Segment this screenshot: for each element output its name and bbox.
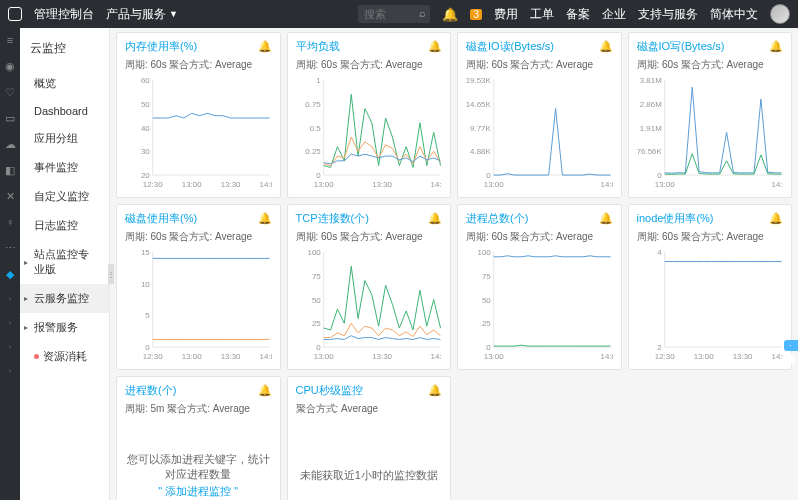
rail-net-icon[interactable]: ✕ (4, 190, 16, 202)
card-period: 聚合方式: Average (296, 402, 443, 416)
rail-db-icon[interactable]: ◧ (4, 164, 16, 176)
search-icon[interactable]: ⌕ (419, 7, 426, 19)
bell-icon[interactable]: 🔔 (769, 40, 783, 53)
chart-area: 19.53K14.65K9.77K4.88K013:0014:00 (466, 76, 613, 191)
rail-monitor-icon[interactable]: ◆ (4, 268, 16, 280)
card-title[interactable]: 内存使用率(%) (125, 39, 197, 54)
notifications-bell[interactable]: 🔔 (442, 7, 458, 22)
bell-icon[interactable]: 🔔 (258, 40, 272, 53)
rail-dash-icon[interactable]: ▭ (4, 112, 16, 124)
svg-text:0: 0 (486, 343, 491, 352)
bell-icon[interactable]: 🔔 (428, 384, 442, 397)
chart-area: 605040302012:3013:0013:3014:00 (125, 76, 272, 191)
svg-text:0: 0 (316, 171, 321, 180)
card-title[interactable]: 磁盘IO写(Bytes/s) (637, 39, 725, 54)
svg-text:14:00: 14:00 (260, 180, 272, 189)
avatar[interactable] (770, 4, 790, 24)
rail-home-icon[interactable]: ◉ (4, 60, 16, 72)
sidebar-item-1[interactable]: Dashboard (20, 98, 109, 124)
msg-link[interactable]: " 添加进程监控 " (158, 484, 238, 499)
svg-text:0.5: 0.5 (309, 124, 321, 133)
svg-text:14:00: 14:00 (601, 352, 613, 361)
svg-text:9.77K: 9.77K (470, 124, 491, 133)
sidebar-item-3[interactable]: 事件监控 (20, 153, 109, 182)
rail-arrow-3[interactable]: › (9, 342, 12, 352)
card-mem: 内存使用率(%)🔔周期: 60s 聚合方式: Average6050403020… (116, 32, 281, 198)
svg-text:20: 20 (141, 171, 150, 180)
rail-more-icon[interactable]: ⋯ (4, 242, 16, 254)
bell-icon[interactable]: 🔔 (769, 212, 783, 225)
bell-icon[interactable]: 🔔 (258, 384, 272, 397)
main: ≡ ◉ ♡ ▭ ☁ ◧ ✕ ♀ ⋯ ◆ › › › › 云监控 概览Dashbo… (0, 28, 798, 500)
sidebar-item-2[interactable]: 应用分组 (20, 124, 109, 153)
bell-icon[interactable]: 🔔 (599, 40, 613, 53)
card-title[interactable]: 磁盘IO读(Bytes/s) (466, 39, 554, 54)
svg-text:13:30: 13:30 (732, 352, 752, 361)
card-title[interactable]: 进程总数(个) (466, 211, 528, 226)
rail-arrow-4[interactable]: › (9, 366, 12, 376)
card-period: 周期: 60s 聚合方式: Average (125, 58, 272, 72)
sidebar-item-label: Dashboard (34, 105, 88, 117)
caret-icon: ▸ (24, 294, 28, 303)
rail-arrow-1[interactable]: › (9, 294, 12, 304)
svg-text:13:30: 13:30 (372, 352, 392, 361)
card-title[interactable]: 平均负载 (296, 39, 340, 54)
svg-text:40: 40 (141, 124, 150, 133)
card-title[interactable]: TCP连接数(个) (296, 211, 369, 226)
bell-icon[interactable]: 🔔 (428, 40, 442, 53)
card-title[interactable]: 磁盘使用率(%) (125, 211, 197, 226)
rail-user-icon[interactable]: ♀ (4, 216, 16, 228)
nav-tickets[interactable]: 工单 (530, 6, 554, 23)
nav-beian[interactable]: 备案 (566, 6, 590, 23)
sidebar-item-label: 概览 (34, 76, 56, 91)
sidebar-item-6[interactable]: ▸站点监控专业版 (20, 240, 109, 284)
msg-line: 您可以添加进程关键字，统计对应进程数量 (125, 452, 272, 482)
products-menu[interactable]: 产品与服务 ▼ (106, 6, 178, 23)
card-period: 周期: 60s 聚合方式: Average (637, 58, 784, 72)
card-title[interactable]: inode使用率(%) (637, 211, 714, 226)
sidebar-item-label: 云服务监控 (34, 291, 89, 306)
nav-lang[interactable]: 简体中文 (710, 6, 758, 23)
bell-icon[interactable]: 🔔 (258, 212, 272, 225)
feedback-tab[interactable]: 咨询·建议 (784, 340, 798, 351)
sidebar-item-9[interactable]: 资源消耗 (20, 342, 109, 371)
rail-cloud-icon[interactable]: ☁ (4, 138, 16, 150)
bell-icon[interactable]: 🔔 (599, 212, 613, 225)
sidebar-item-7[interactable]: ▸云服务监控 (20, 284, 109, 313)
sidebar-item-0[interactable]: 概览 (20, 69, 109, 98)
sidebar-item-label: 日志监控 (34, 218, 78, 233)
svg-text:75: 75 (311, 272, 320, 281)
card-period: 周期: 60s 聚合方式: Average (637, 230, 784, 244)
svg-text:4.88K: 4.88K (470, 147, 491, 156)
chart-area: 3.81M2.86M1.91M976.56K013:0014:00 (637, 76, 784, 191)
card-diskread: 磁盘IO读(Bytes/s)🔔周期: 60s 聚合方式: Average19.5… (457, 32, 622, 198)
svg-text:13:00: 13:00 (693, 352, 713, 361)
notifications-badge[interactable]: 3 (470, 9, 482, 20)
nav-enterprise[interactable]: 企业 (602, 6, 626, 23)
svg-text:19.53K: 19.53K (466, 76, 491, 85)
svg-text:15: 15 (141, 248, 150, 257)
svg-text:0: 0 (145, 343, 150, 352)
sidebar-item-4[interactable]: 自定义监控 (20, 182, 109, 211)
brand-icon (8, 7, 22, 21)
sidebar-toggle[interactable]: ⋮ (108, 264, 114, 284)
svg-text:10: 10 (141, 280, 150, 289)
products-label: 产品与服务 (106, 6, 166, 23)
svg-text:2: 2 (657, 343, 661, 352)
sidebar-item-5[interactable]: 日志监控 (20, 211, 109, 240)
card-title[interactable]: CPU秒级监控 (296, 383, 363, 398)
rail-heart-icon[interactable]: ♡ (4, 86, 16, 98)
svg-text:12:30: 12:30 (143, 352, 163, 361)
bell-icon[interactable]: 🔔 (428, 212, 442, 225)
nav-support[interactable]: 支持与服务 (638, 6, 698, 23)
rail-arrow-2[interactable]: › (9, 318, 12, 328)
nav-billing[interactable]: 费用 (494, 6, 518, 23)
rail-menu-icon[interactable]: ≡ (4, 34, 16, 46)
svg-text:12:30: 12:30 (143, 180, 163, 189)
caret-icon: ▸ (24, 323, 28, 332)
sidebar-item-8[interactable]: ▸报警服务 (20, 313, 109, 342)
card-title[interactable]: 进程数(个) (125, 383, 176, 398)
card-proc: 进程总数(个)🔔周期: 60s 聚合方式: Average10075502501… (457, 204, 622, 370)
svg-text:3.81M: 3.81M (639, 76, 661, 85)
card-period: 周期: 60s 聚合方式: Average (296, 58, 443, 72)
